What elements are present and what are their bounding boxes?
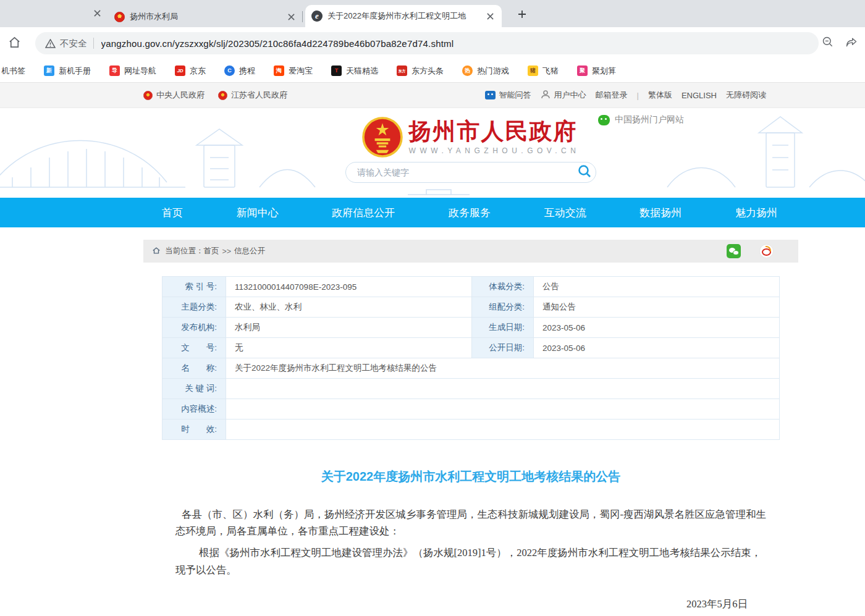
traditional-version-link[interactable]: 繁体版 [648,90,672,101]
close-tab-icon[interactable] [91,7,103,19]
wechat-share-icon[interactable] [727,244,741,258]
nav-charming-yangzhou[interactable]: 魅力扬州 [735,206,777,220]
meta-value [226,420,780,440]
table-row: 内容概述: [162,399,780,420]
site-header-banner: 扬州市人民政府 WWW.YANGZHOU.GOV.CN 中国扬州门户网站 [0,108,865,198]
site-search-bar [345,162,596,183]
nav-home[interactable]: 首页 [162,206,183,220]
url-text[interactable]: yangzhou.gov.cn/yzszxxgk/slj/202305/210c… [101,38,454,49]
meta-value: 农业、林业、水利 [226,297,472,318]
bookmark-jd[interactable]: JD 京东 [175,65,206,77]
bookmark-juhuasuan[interactable]: 聚 聚划算 [577,65,616,77]
phone-manual-icon: 新 [44,65,54,76]
ctrip-dolphin-icon: C [224,65,235,76]
meta-value: 水利局 [226,318,472,338]
site-url-caption: WWW.YANGZHOU.GOV.CN [409,146,580,155]
security-label[interactable]: 不安全 [60,38,87,49]
jiangsu-gov-link[interactable]: 江苏省人民政府 [218,90,287,101]
nav-gov-services[interactable]: 政务服务 [449,206,491,220]
emblem-icon [143,91,153,100]
document-card: 索 引 号: 11321000014407098E-2023-095 体裁分类:… [143,263,798,616]
meta-label: 发布机构: [162,318,226,338]
english-version-link[interactable]: ENGLISH [681,91,717,100]
close-tab-icon[interactable] [285,11,297,22]
address-bar[interactable]: 不安全 yangzhou.gov.cn/yzszxxgk/slj/202305/… [35,32,819,54]
site-logo[interactable]: 扬州市人民政府 WWW.YANGZHOU.GOV.CN [143,117,798,158]
bookmark-label: 天猫精选 [346,65,378,77]
share-icon[interactable] [845,36,858,51]
new-tab-icon[interactable] [515,7,530,22]
nav-gov-info-disclosure[interactable]: 政府信息公开 [332,206,395,220]
tab-title: 扬州市水利局 [130,11,281,22]
divider [93,38,94,49]
table-row: 主题分类: 农业、林业、水利 组配分类: 通知公告 [162,297,780,318]
bookmark-phone-marks[interactable]: 机书签 [1,65,25,77]
bookmark-label: 机书签 [1,65,25,77]
accessibility-link[interactable]: 无障碍阅读 [726,90,766,101]
divider: | [637,91,639,100]
portal-wechat-link[interactable]: 中国扬州门户网站 [598,114,684,125]
meta-label: 索 引 号: [162,277,226,297]
meta-value [226,379,780,399]
meta-label: 关 键 词: [162,379,226,399]
bookmark-label: 聚划算 [592,65,616,77]
person-icon [541,90,551,101]
bookmark-new-phone-manual[interactable]: 新 新机手册 [44,65,91,77]
breadcrumb-prefix: 当前位置： [165,246,204,256]
bookmark-aitaobao[interactable]: 淘 爱淘宝 [274,65,313,77]
meta-label: 名 称: [162,358,226,379]
meta-value: 2023-05-06 [534,318,780,338]
smart-qa-label: 智能问答 [499,90,531,101]
zoom-out-icon[interactable] [822,36,834,51]
article-title: 关于2022年度扬州市水利工程文明工地考核结果的公告 [162,468,780,485]
user-center-link[interactable]: 用户中心 [541,90,586,101]
mail-login-label: 邮箱登录 [596,90,628,101]
traditional-label: 繁体版 [648,90,672,101]
tab-active-announcement[interactable]: e 关于2022年度扬州市水利工程文明工地 [305,5,502,27]
close-tab-icon[interactable] [484,11,496,22]
bookmark-ctrip[interactable]: C 携程 [224,65,255,77]
breadcrumb: 当前位置： 首页 >> 信息公开 [143,240,798,263]
gov-link-label: 江苏省人民政府 [231,90,287,101]
jd-icon: JD [175,65,185,76]
breadcrumb-separator: >> [222,247,232,256]
bookmark-site-nav[interactable]: 导 网址导航 [109,65,156,77]
meta-label: 文 号: [162,338,226,358]
table-row: 关 键 词: [162,379,780,399]
bookmark-label: 热门游戏 [477,65,509,77]
bookmark-fliggy[interactable]: 猪 飞猪 [528,65,559,77]
browser-toolbar: 不安全 yangzhou.gov.cn/yzszxxgk/slj/202305/… [0,27,865,59]
site-title: 扬州市人民政府 [409,119,580,145]
mail-login-link[interactable]: 邮箱登录 [596,90,628,101]
search-icon[interactable] [577,164,592,181]
nav-news-center[interactable]: 新闻中心 [237,206,279,220]
game-icon: 热 [462,65,473,76]
emblem-icon [218,91,227,100]
table-row: 时 效: [162,420,780,440]
bookmark-label: 携程 [239,65,255,77]
breadcrumb-home-link[interactable]: 首页 [204,246,219,256]
tmall-icon: T [331,65,342,76]
tab-water-bureau[interactable]: 扬州市水利局 [108,6,303,27]
weibo-share-icon[interactable] [759,244,774,258]
bookmark-tmall[interactable]: T 天猫精选 [331,65,378,77]
home-icon[interactable] [7,35,22,52]
meta-label: 内容概述: [162,399,226,420]
meta-value: 通知公告 [534,297,780,318]
central-gov-link[interactable]: 中央人民政府 [143,90,205,101]
meta-value [226,399,780,420]
nav-data-yangzhou[interactable]: 数据扬州 [639,206,681,220]
smart-qa-link[interactable]: 智能问答 [485,90,531,101]
breadcrumb-current[interactable]: 信息公开 [234,246,265,256]
search-input[interactable] [357,167,577,177]
site-nav-icon: 导 [109,65,120,76]
national-emblem-icon [362,117,403,158]
bookmark-eastday[interactable]: 东方 东方头条 [397,65,444,77]
bookmark-hot-games[interactable]: 热 热门游戏 [462,65,509,77]
tab-title: 关于2022年度扬州市水利工程文明工地 [327,11,479,22]
robot-icon [485,91,496,99]
meta-label: 组配分类: [472,297,534,318]
bookmark-label: 爱淘宝 [289,65,313,77]
nav-interaction[interactable]: 互动交流 [544,206,586,220]
meta-value: 关于2022年度扬州市水利工程文明工地考核结果的公告 [226,358,780,379]
